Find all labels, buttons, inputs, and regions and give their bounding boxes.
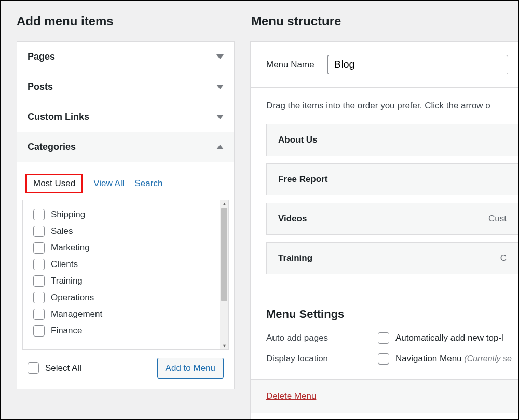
delete-menu-link[interactable]: Delete Menu <box>266 391 316 401</box>
display-location-checkbox[interactable] <box>378 353 389 365</box>
list-item[interactable]: Marketing <box>33 240 213 256</box>
accordion-pages-label: Pages <box>28 51 55 62</box>
menu-settings-title: Menu Settings <box>266 307 518 321</box>
tab-view-all[interactable]: View All <box>93 178 124 189</box>
select-all-label: Select All <box>45 363 81 373</box>
scroll-up-arrow-icon[interactable]: ▲ <box>222 201 227 206</box>
accordion-posts[interactable]: Posts <box>17 72 234 102</box>
list-item[interactable]: Shipping <box>33 206 213 223</box>
menu-structure-title: Menu structure <box>251 14 518 29</box>
item-label: Operations <box>51 292 94 303</box>
item-label: Shipping <box>51 209 85 220</box>
caret-down-icon <box>216 54 224 59</box>
scrollbar[interactable]: ▲ ▼ <box>220 200 228 349</box>
accordion-posts-label: Posts <box>28 81 53 92</box>
display-location-option[interactable]: Navigation Menu (Currently se <box>378 353 512 365</box>
source-accordion: Pages Posts Custom Links Categories <box>17 41 235 389</box>
select-all[interactable]: Select All <box>28 362 81 374</box>
auto-add-pages-label: Auto add pages <box>266 333 378 343</box>
display-location-label: Display location <box>266 354 378 364</box>
caret-down-icon <box>216 85 224 89</box>
caret-down-icon <box>216 115 224 119</box>
item-checkbox[interactable] <box>33 325 45 337</box>
accordion-categories[interactable]: Categories <box>17 132 234 162</box>
accordion-custom-links[interactable]: Custom Links <box>17 102 234 132</box>
list-item[interactable]: Sales <box>33 223 213 240</box>
item-checkbox[interactable] <box>33 309 45 320</box>
select-all-checkbox[interactable] <box>28 362 39 374</box>
menu-item-label: Free Report <box>278 174 327 185</box>
display-location-note: (Currently se <box>464 354 512 363</box>
item-label: Clients <box>51 259 78 270</box>
tab-search[interactable]: Search <box>134 178 162 189</box>
tab-most-used[interactable]: Most Used <box>25 174 83 193</box>
item-label: Marketing <box>51 243 90 253</box>
add-menu-items-title: Add menu items <box>17 14 235 29</box>
item-checkbox[interactable] <box>33 242 45 254</box>
item-label: Finance <box>51 326 82 336</box>
menu-item-label: Training <box>278 253 312 263</box>
item-checkbox[interactable] <box>33 226 45 237</box>
item-checkbox[interactable] <box>33 259 45 270</box>
accordion-pages[interactable]: Pages <box>17 42 234 72</box>
accordion-categories-label: Categories <box>28 142 76 152</box>
scrollbar-thumb[interactable] <box>221 208 227 301</box>
menu-item-label: About Us <box>278 135 318 145</box>
menu-name-label: Menu Name <box>266 60 315 70</box>
categories-list[interactable]: ShippingSalesMarketingClientsTrainingOpe… <box>23 200 220 349</box>
menu-item[interactable]: Free Report <box>266 163 518 195</box>
menu-item[interactable]: VideosCust <box>266 203 518 235</box>
item-label: Training <box>51 276 83 286</box>
add-to-menu-button[interactable]: Add to Menu <box>157 358 224 379</box>
menu-item[interactable]: TrainingC <box>266 242 518 274</box>
auto-add-checkbox[interactable] <box>378 332 389 344</box>
caret-up-icon <box>216 145 224 149</box>
categories-panel: Most Used View All Search ShippingSalesM… <box>17 162 234 389</box>
menu-item-meta: C <box>500 253 507 263</box>
menu-item-label: Videos <box>278 214 307 224</box>
auto-add-pages-option[interactable]: Automatically add new top-l <box>378 332 503 344</box>
list-item[interactable]: Operations <box>33 289 213 306</box>
list-item[interactable]: Training <box>33 273 213 289</box>
item-label: Management <box>51 309 102 319</box>
item-checkbox[interactable] <box>33 209 45 220</box>
list-item[interactable]: Finance <box>33 323 213 339</box>
menu-item[interactable]: About Us <box>266 124 518 156</box>
item-checkbox[interactable] <box>33 292 45 303</box>
display-location-text: Navigation Menu <box>395 354 462 363</box>
scroll-down-arrow-icon[interactable]: ▼ <box>222 343 227 348</box>
item-label: Sales <box>51 226 73 236</box>
accordion-custom-links-label: Custom Links <box>28 111 89 122</box>
list-item[interactable]: Clients <box>33 256 213 273</box>
list-item[interactable]: Management <box>33 306 213 323</box>
auto-add-text: Automatically add new top-l <box>395 333 503 343</box>
menu-name-input[interactable] <box>327 55 508 74</box>
item-checkbox[interactable] <box>33 275 45 287</box>
menu-items-list: About UsFree ReportVideosCustTrainingC <box>251 114 518 292</box>
menu-item-meta: Cust <box>488 214 507 224</box>
drag-hint: Drag the items into the order you prefer… <box>251 88 518 114</box>
